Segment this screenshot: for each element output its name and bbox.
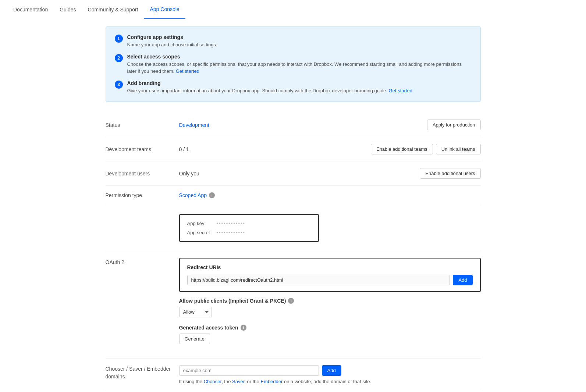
app-secret-row: App secret •••••••••••• [187,230,311,235]
dev-users-actions: Enable additional users [420,168,480,179]
oauth2-row: OAuth 2 Redirect URIs Add Allow public c [106,258,481,352]
chooser-domain-input[interactable] [179,365,319,376]
navigation: Documentation Guides Community & Support… [0,0,586,19]
chooser-row: Chooser / Saver / Embedder domains Add I… [106,365,481,384]
app-credentials-row: App key •••••••••••• App secret ••••••••… [106,205,481,251]
status-row: Status Development Apply for production [106,113,481,137]
permission-type-value: Scoped App i [179,192,481,198]
status-actions: Apply for production [427,120,481,130]
app-secret-label: App secret [187,230,217,235]
status-label: Status [106,122,179,128]
step-2-desc: Choose the access scopes, or specific pe… [127,61,472,75]
oauth2-section: OAuth 2 Redirect URIs Add Allow public c [106,251,481,359]
redirect-uri-input[interactable] [187,275,450,285]
nav-documentation[interactable]: Documentation [7,0,54,19]
step-2-number: 2 [115,54,123,62]
main-content: 1 Configure app settings Name your app a… [91,19,496,392]
generated-token-info-icon[interactable]: i [241,325,246,331]
allow-clients-info-icon[interactable]: i [288,298,294,304]
chooser-desc: If using the Chooser, the Saver, or the … [179,379,481,384]
status-value: Development [179,122,427,128]
step-3-number: 3 [115,81,123,89]
chooser-label: Chooser / Saver / Embedder domains [106,365,179,381]
chooser-content: Add If using the Chooser, the Saver, or … [179,365,481,384]
allow-clients-block: Allow public clients (Implicit Grant & P… [179,298,481,317]
redirect-uris-title: Redirect URIs [187,264,473,270]
step-1: 1 Configure app settings Name your app a… [115,34,472,49]
allow-clients-select[interactable]: Allow Disallow [179,307,212,317]
scoped-app-info-icon[interactable]: i [209,192,215,198]
step-3-link[interactable]: Get started [389,88,412,93]
redirect-input-row: Add [187,275,473,285]
dev-teams-actions: Enable additional teams Unlink all teams [371,144,481,154]
dev-users-row: Development users Only you Enable additi… [106,161,481,186]
step-3-desc: Give your users important information ab… [127,87,412,95]
embedder-link[interactable]: Embedder [260,379,283,384]
app-credentials-box: App key •••••••••••• App secret ••••••••… [179,214,319,242]
chooser-add-button[interactable]: Add [322,365,341,376]
app-secret-value: •••••••••••• [217,230,246,235]
dev-teams-row: Development teams 0 / 1 Enable additiona… [106,137,481,161]
redirect-uris-box: Redirect URIs Add [179,258,481,292]
info-box: 1 Configure app settings Name your app a… [106,26,481,102]
oauth2-label: OAuth 2 [106,258,179,265]
step-3-title: Add branding [127,80,412,86]
step-3: 3 Add branding Give your users important… [115,80,472,95]
step-2: 2 Select access scopes Choose the access… [115,54,472,75]
enable-additional-users-button[interactable]: Enable additional users [420,168,480,179]
generate-token-button[interactable]: Generate [179,334,210,344]
step-2-link[interactable]: Get started [176,68,199,74]
chooser-input-row: Add [179,365,481,376]
app-key-label: App key [187,221,217,226]
chooser-section: Chooser / Saver / Embedder domains Add I… [106,359,481,391]
nav-community[interactable]: Community & Support [82,0,144,19]
permission-type-label: Permission type [106,192,179,198]
dev-teams-value: 0 / 1 [179,146,371,152]
unlink-all-teams-button[interactable]: Unlink all teams [436,144,481,154]
generated-token-block: Generated access token i Generate [179,325,481,344]
settings-section: Status Development Apply for production … [106,113,481,392]
step-1-desc: Name your app and choose initial setting… [127,41,217,49]
oauth2-content: Redirect URIs Add Allow public clients (… [179,258,481,352]
permission-type-row: Permission type Scoped App i [106,186,481,205]
app-key-value: •••••••••••• [217,221,246,226]
allow-clients-title: Allow public clients (Implicit Grant & P… [179,298,481,304]
generated-token-title: Generated access token i [179,325,481,331]
nav-guides[interactable]: Guides [54,0,82,19]
apply-production-button[interactable]: Apply for production [427,120,481,130]
scoped-app-link[interactable]: Scoped App i [179,192,481,198]
chooser-link[interactable]: Chooser [204,379,221,384]
redirect-add-button[interactable]: Add [453,275,472,285]
step-1-number: 1 [115,35,123,43]
dev-teams-label: Development teams [106,146,179,152]
status-link[interactable]: Development [179,122,210,128]
dev-users-label: Development users [106,171,179,177]
nav-console[interactable]: App Console [144,0,185,19]
app-key-row: App key •••••••••••• [187,221,311,226]
step-1-title: Configure app settings [127,34,217,40]
step-2-title: Select access scopes [127,54,472,60]
dev-users-value: Only you [179,171,420,177]
saver-link[interactable]: Saver [232,379,244,384]
enable-additional-teams-button[interactable]: Enable additional teams [371,144,433,154]
